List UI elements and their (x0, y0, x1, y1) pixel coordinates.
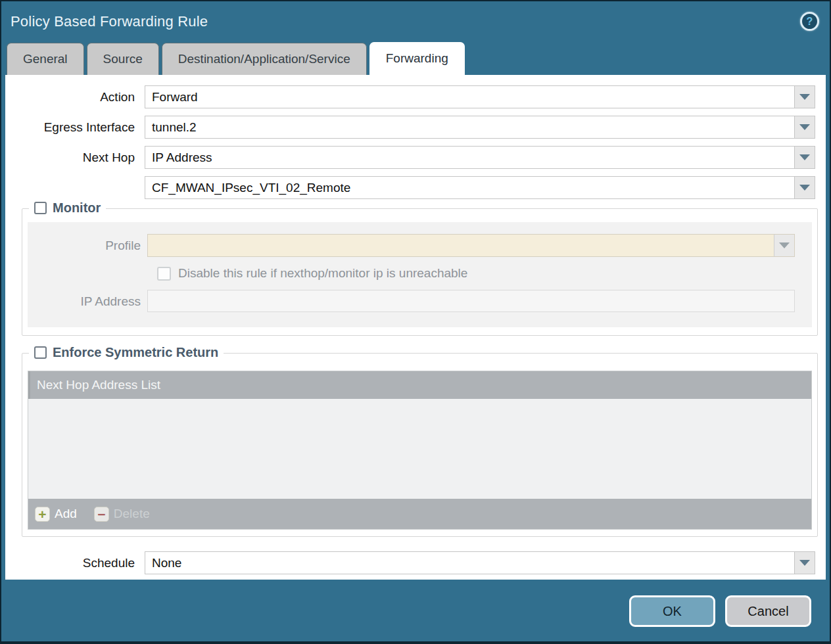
monitor-ip-address-label: IP Address (28, 290, 147, 313)
monitor-section: Monitor Profile (22, 208, 818, 336)
egress-interface-label: Egress Interface (5, 116, 140, 139)
monitor-ip-address-field-wrap (147, 290, 795, 313)
egress-interface-row: Egress Interface tunnel.2 (5, 116, 826, 139)
next-hop-address-field: CF_MWAN_IPsec_VTI_02_Remote (145, 176, 815, 199)
next-hop-address-dropdown[interactable]: CF_MWAN_IPsec_VTI_02_Remote (145, 176, 815, 199)
dialog-titlebar: Policy Based Forwarding Rule ? (1, 1, 830, 42)
dialog-footer: OK Cancel (1, 580, 830, 643)
dialog-title: Policy Based Forwarding Rule (11, 13, 208, 30)
schedule-dropdown[interactable]: None (145, 551, 815, 574)
schedule-dropdown-button[interactable] (794, 552, 815, 574)
tab-source-label: Source (103, 52, 143, 66)
monitor-ip-address-row: IP Address (28, 290, 812, 313)
chevron-down-icon (799, 560, 810, 566)
monitor-body: Profile Disable this rule if nexthop/mon… (28, 222, 812, 327)
minus-icon: − (94, 507, 109, 522)
action-label: Action (5, 85, 140, 108)
enforce-symmetric-return-legend: Enforce Symmetric Return (29, 345, 224, 360)
chevron-down-icon (799, 154, 810, 160)
schedule-label: Schedule (5, 551, 140, 574)
enforce-symmetric-return-section: Enforce Symmetric Return Next Hop Addres… (22, 353, 818, 537)
add-button[interactable]: + Add (35, 507, 77, 522)
next-hop-address-dropdown-button[interactable] (794, 177, 815, 198)
policy-based-forwarding-dialog: Policy Based Forwarding Rule ? General S… (0, 0, 831, 644)
chevron-down-icon (799, 124, 810, 130)
tab-source[interactable]: Source (87, 43, 159, 75)
enforce-symmetric-return-checkbox[interactable] (34, 346, 47, 359)
egress-interface-field: tunnel.2 (145, 116, 815, 139)
profile-dropdown-button (774, 235, 794, 256)
schedule-row: Schedule None (5, 551, 826, 574)
forwarding-tab-panel: Action Forward Egress Interface tunnel.2 (5, 75, 826, 580)
tab-forwarding[interactable]: Forwarding (369, 42, 465, 75)
next-hop-address-dropdown-value: CF_MWAN_IPsec_VTI_02_Remote (145, 177, 794, 198)
disable-rule-checkbox (157, 267, 171, 281)
next-hop-address-label-spacer (5, 176, 140, 199)
profile-field (147, 234, 795, 257)
disable-rule-row: Disable this rule if nexthop/monitor ip … (157, 266, 812, 281)
plus-icon: + (35, 507, 50, 522)
tab-destination-application-service[interactable]: Destination/Application/Service (162, 43, 367, 75)
add-button-label: Add (55, 507, 77, 521)
action-row: Action Forward (5, 85, 826, 108)
chevron-down-icon (799, 185, 810, 191)
action-dropdown-button[interactable] (794, 86, 815, 108)
next-hop-row: Next Hop IP Address (5, 146, 826, 169)
next-hop-address-list-table: Next Hop Address List + Add − Delete (28, 371, 812, 530)
profile-dropdown (147, 234, 795, 257)
action-dropdown[interactable]: Forward (145, 85, 815, 108)
disable-rule-label: Disable this rule if nexthop/monitor ip … (178, 266, 467, 281)
monitor-ip-address-input (147, 290, 795, 312)
action-dropdown-value: Forward (145, 86, 794, 108)
enforce-symmetric-return-legend-label: Enforce Symmetric Return (53, 345, 218, 360)
action-field: Forward (145, 85, 815, 108)
tab-destination-application-service-label: Destination/Application/Service (178, 52, 350, 66)
monitor-legend: Monitor (29, 200, 106, 216)
egress-interface-dropdown[interactable]: tunnel.2 (145, 116, 815, 139)
chevron-down-icon (779, 242, 790, 248)
next-hop-address-row: CF_MWAN_IPsec_VTI_02_Remote (5, 176, 826, 199)
next-hop-address-list-body (28, 399, 811, 499)
profile-label: Profile (28, 234, 147, 257)
tab-general[interactable]: General (7, 43, 84, 75)
next-hop-field: IP Address (145, 146, 815, 169)
chevron-down-icon (799, 94, 810, 100)
schedule-dropdown-value: None (145, 552, 794, 574)
next-hop-address-list-toolbar: + Add − Delete (28, 499, 811, 529)
egress-interface-dropdown-button[interactable] (794, 116, 815, 138)
next-hop-type-dropdown[interactable]: IP Address (145, 146, 815, 169)
cancel-button[interactable]: Cancel (725, 595, 811, 627)
ok-button[interactable]: OK (629, 595, 715, 627)
next-hop-label: Next Hop (5, 146, 140, 169)
profile-dropdown-value (148, 235, 774, 256)
next-hop-address-list-header: Next Hop Address List (28, 371, 811, 399)
next-hop-type-dropdown-value: IP Address (145, 147, 794, 168)
profile-row: Profile (28, 234, 812, 257)
monitor-legend-label: Monitor (53, 200, 101, 216)
tab-bar: General Source Destination/Application/S… (1, 42, 830, 75)
help-icon[interactable]: ? (800, 12, 819, 31)
tab-forwarding-label: Forwarding (386, 51, 448, 65)
delete-button: − Delete (94, 507, 150, 522)
monitor-checkbox[interactable] (34, 202, 47, 214)
next-hop-type-dropdown-button[interactable] (794, 147, 815, 168)
schedule-field: None (145, 551, 815, 574)
delete-button-label: Delete (114, 507, 150, 521)
egress-interface-dropdown-value: tunnel.2 (145, 116, 794, 138)
tab-general-label: General (23, 52, 68, 66)
